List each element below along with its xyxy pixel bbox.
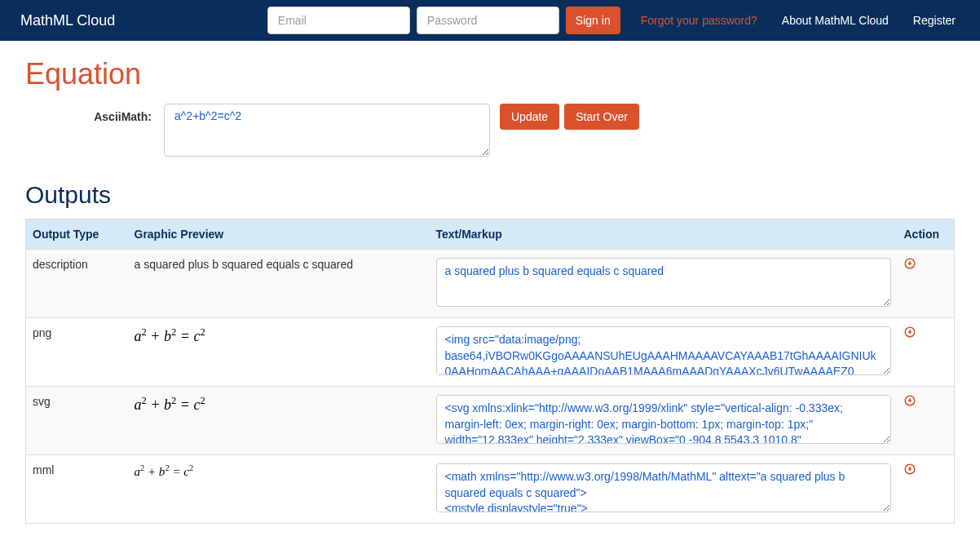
equation-preview-mml: a2 + b2 = c2	[135, 465, 194, 478]
markup-cell	[430, 455, 898, 524]
action-cell	[898, 250, 955, 318]
output-type-cell: png	[26, 318, 128, 387]
markup-cell	[430, 387, 898, 455]
asciimath-label: AsciiMath:	[25, 104, 164, 123]
output-type-cell: svg	[26, 387, 128, 455]
equation-preview-png: a2 + b2 = c2	[135, 328, 205, 344]
email-field[interactable]	[267, 7, 410, 34]
startover-button[interactable]: Start Over	[564, 104, 639, 130]
markup-textarea-description[interactable]	[436, 258, 891, 307]
markup-textarea-svg[interactable]	[436, 395, 891, 444]
preview-cell-mml: a2 + b2 = c2	[128, 455, 430, 524]
preview-cell-description: a squared plus b squared equals c square…	[128, 250, 430, 318]
header-text-markup: Text/Markup	[430, 219, 898, 250]
action-cell	[898, 387, 955, 455]
markup-cell	[430, 318, 898, 387]
asciimath-input[interactable]	[164, 104, 490, 157]
brand-title: MathML Cloud	[12, 12, 115, 29]
equation-preview-svg: a2 + b2 = c2	[135, 396, 205, 413]
header-action: Action	[898, 219, 955, 250]
header-graphic-preview: Graphic Preview	[128, 219, 430, 250]
preview-cell-svg: a2 + b2 = c2	[128, 387, 430, 455]
register-link[interactable]: Register	[901, 14, 968, 27]
main-container: Equation AsciiMath: Update Start Over Ou…	[13, 41, 967, 536]
password-field[interactable]	[417, 7, 559, 34]
table-row: mml a2 + b2 = c2	[26, 455, 955, 524]
action-cell	[898, 455, 955, 524]
top-navbar: MathML Cloud Sign in Forgot your passwor…	[0, 0, 980, 41]
table-row: svg a2 + b2 = c2	[26, 387, 955, 455]
signin-button[interactable]: Sign in	[566, 7, 620, 34]
signin-form: Sign in	[267, 7, 620, 34]
equation-form-row: AsciiMath: Update Start Over	[25, 104, 955, 157]
table-header-row: Output Type Graphic Preview Text/Markup …	[26, 219, 955, 250]
header-output-type: Output Type	[26, 219, 128, 250]
equation-buttons: Update Start Over	[500, 104, 639, 130]
forgot-password-link[interactable]: Forgot your password?	[629, 14, 770, 27]
update-button[interactable]: Update	[500, 104, 559, 130]
download-icon[interactable]	[904, 395, 916, 410]
markup-cell	[430, 250, 898, 318]
preview-cell-png: a2 + b2 = c2	[128, 318, 430, 387]
about-link[interactable]: About MathML Cloud	[770, 14, 901, 27]
download-icon[interactable]	[904, 258, 916, 272]
markup-textarea-mml[interactable]	[436, 463, 891, 512]
table-row: description a squared plus b squared equ…	[26, 250, 955, 318]
download-icon[interactable]	[904, 463, 916, 478]
outputs-table: Output Type Graphic Preview Text/Markup …	[25, 219, 955, 524]
output-type-cell: description	[26, 250, 128, 318]
outputs-title: Outputs	[25, 181, 955, 209]
action-cell	[898, 318, 955, 387]
output-type-cell: mml	[26, 455, 128, 524]
table-row: png a2 + b2 = c2	[26, 318, 955, 387]
download-icon[interactable]	[904, 326, 916, 341]
markup-textarea-png[interactable]	[436, 326, 891, 375]
page-title: Equation	[25, 57, 955, 91]
